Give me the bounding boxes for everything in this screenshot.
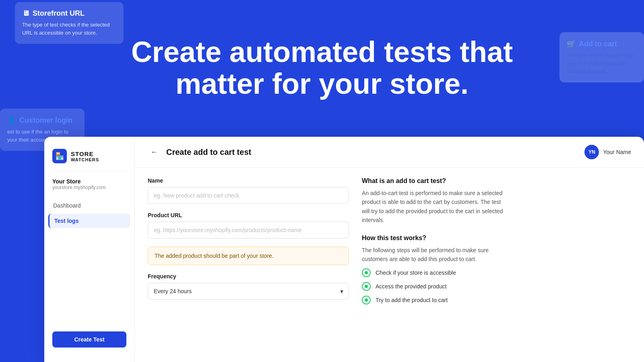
sidebar-item-dashboard[interactable]: Dashboard bbox=[48, 198, 130, 213]
what-is-section: What is an add to cart test? An add-to-c… bbox=[362, 177, 507, 225]
storefront-card-icon: 🖥 Storefront URL bbox=[22, 9, 116, 18]
frequency-form-group: Frequency Every 24 hours Every 12 hours … bbox=[148, 273, 349, 300]
user-avatar: YN bbox=[584, 145, 599, 159]
logo-area: 🏪 STORE WATCHERS bbox=[44, 145, 134, 171]
sidebar: 🏪 STORE WATCHERS Your Store yourstore.my… bbox=[44, 137, 135, 362]
step-icon-2 bbox=[362, 282, 371, 291]
content-header: ← Create add to cart test YN Your Name bbox=[135, 137, 644, 168]
name-form-group: Name bbox=[148, 177, 349, 204]
sidebar-nav: Dashboard Test logs bbox=[44, 198, 134, 325]
logo-sub: WATCHERS bbox=[71, 157, 99, 162]
name-label: Name bbox=[148, 177, 349, 184]
info-panel: What is an add to cart test? An add-to-c… bbox=[362, 177, 507, 352]
what-heading: What is an add to cart test? bbox=[362, 177, 507, 185]
step-icon-3 bbox=[362, 296, 371, 304]
how-heading: How this test works? bbox=[362, 234, 507, 242]
main-panel: 🏪 STORE WATCHERS Your Store yourstore.my… bbox=[44, 137, 644, 362]
customer-login-card-icon: 👤 Customer login bbox=[7, 116, 77, 125]
logo-name: STORE bbox=[71, 150, 99, 157]
page-title: Create add to cart test bbox=[166, 148, 251, 157]
step-item-2: Access the provided product bbox=[362, 282, 507, 291]
form-info-layout: Name Product URL The added product shoul… bbox=[135, 168, 644, 362]
frequency-select-wrapper: Every 24 hours Every 12 hours Every 6 ho… bbox=[148, 283, 349, 300]
header-left: ← Create add to cart test bbox=[148, 146, 251, 158]
warning-box: The added product should be part of your… bbox=[148, 247, 349, 265]
how-text: The following steps will be performed to… bbox=[362, 246, 507, 264]
sidebar-divider bbox=[52, 171, 126, 172]
what-text: An add-to-cart test is performed to make… bbox=[362, 189, 507, 225]
store-name: Your Store bbox=[52, 178, 126, 185]
frequency-select[interactable]: Every 24 hours Every 12 hours Every 6 ho… bbox=[148, 283, 349, 300]
create-test-button[interactable]: Create Test bbox=[52, 331, 126, 348]
product-url-label: Product URL bbox=[148, 212, 349, 218]
how-works-section: How this test works? The following steps… bbox=[362, 234, 507, 305]
store-info: Your Store yourstore.myshopify.com bbox=[44, 178, 134, 198]
store-url: yourstore.myshopify.com bbox=[52, 185, 126, 190]
form-section: Name Product URL The added product shoul… bbox=[148, 177, 349, 352]
step-item-3: Try to add the product to cart bbox=[362, 296, 507, 304]
back-button[interactable]: ← bbox=[148, 146, 161, 158]
user-name-label: Your Name bbox=[603, 149, 631, 155]
frequency-label: Frequency bbox=[148, 273, 349, 280]
sidebar-item-test-logs[interactable]: Test logs bbox=[48, 214, 130, 228]
step-item-1: Check if your store is accessible bbox=[362, 268, 507, 277]
name-input[interactable] bbox=[148, 187, 349, 204]
steps-list: Check if your store is accessible Access… bbox=[362, 268, 507, 304]
user-area: YN Your Name bbox=[584, 145, 631, 159]
logo-icon: 🏪 bbox=[52, 149, 67, 163]
product-url-input[interactable] bbox=[148, 222, 349, 239]
sidebar-bottom: Create Test bbox=[44, 325, 134, 354]
step-icon-1 bbox=[362, 268, 371, 277]
hero-headline: Create automated tests that matter for y… bbox=[0, 36, 644, 100]
product-url-form-group: Product URL bbox=[148, 212, 349, 239]
content-area: ← Create add to cart test YN Your Name N… bbox=[135, 137, 644, 362]
